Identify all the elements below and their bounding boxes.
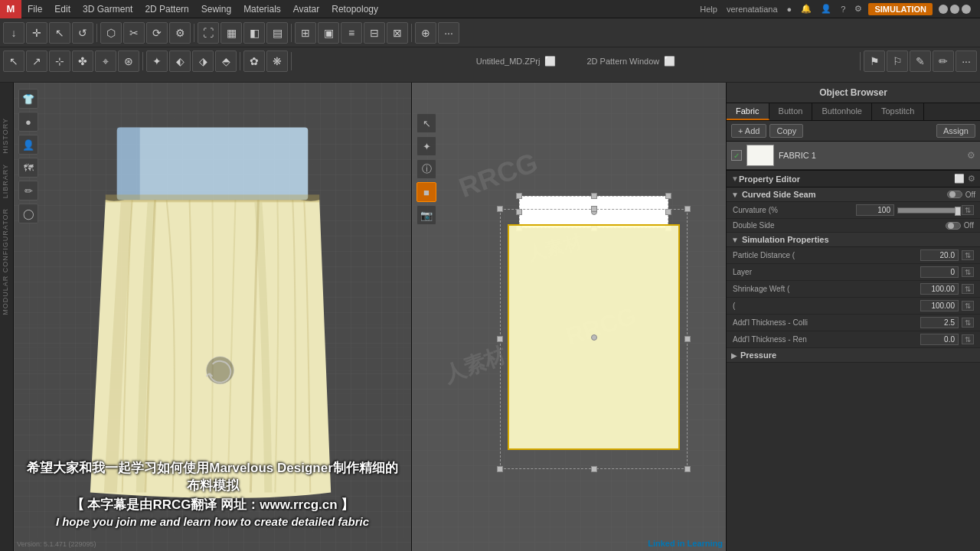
2d-tool-star[interactable]: ✦ (416, 136, 436, 156)
tb2-tool12[interactable]: ❋ (266, 51, 288, 72)
tb2-tool7[interactable]: ✦ (146, 51, 168, 72)
menu-materials[interactable]: Materials (237, 0, 287, 18)
tab-buttonhole[interactable]: Buttonhole (812, 103, 872, 120)
menu-retopology[interactable]: Retopology (325, 0, 384, 18)
tb2-tool5[interactable]: ⌖ (95, 51, 116, 72)
tb2-tool3[interactable]: ⊹ (49, 51, 70, 72)
tb2-tool9[interactable]: ⬗ (192, 51, 214, 72)
menu-edit[interactable]: Edit (48, 0, 77, 18)
tb2-tool1[interactable]: ↖ (3, 51, 24, 72)
3d-viewport[interactable]: 👕 ● 👤 🗺 ✏ ◯ (14, 83, 412, 551)
layer-value[interactable]: 0 (920, 266, 959, 278)
untitled-expand[interactable]: ⬜ (544, 56, 556, 67)
layer-spin[interactable]: ⇅ (962, 267, 974, 277)
shrinkage-weft-spin[interactable]: ⇅ (962, 284, 974, 294)
tb-tool19[interactable]: ··· (438, 22, 459, 44)
fabric-checkbox[interactable]: ✓ (731, 150, 742, 161)
tb-tool12[interactable]: ▤ (266, 22, 288, 44)
curved-toggle-indicator[interactable] (947, 191, 962, 198)
curved-toggle[interactable]: Off (947, 191, 975, 199)
2d-tool-info[interactable]: ⓘ (416, 159, 436, 179)
tb-select[interactable]: ↖ (49, 22, 70, 44)
tb-rotate[interactable]: ↺ (72, 22, 93, 44)
add-button[interactable]: + Add (731, 124, 766, 138)
outer-handle-tm[interactable] (591, 206, 597, 212)
fabric-settings-icon[interactable]: ⚙ (967, 150, 975, 161)
shrinkage-warp-spin[interactable]: ⇅ (962, 301, 974, 311)
curvature-slider[interactable] (897, 207, 959, 214)
outer-handle-br[interactable] (684, 466, 691, 472)
assign-button[interactable]: Assign (936, 124, 975, 138)
outer-handle-tr[interactable] (684, 206, 691, 212)
menu-2dpattern[interactable]: 2D Pattern (139, 0, 194, 18)
3d-tool-circle[interactable]: ● (18, 112, 38, 132)
double-side-indicator[interactable] (946, 222, 961, 230)
particle-dist-value[interactable]: 20.0 (920, 249, 959, 261)
sidebar-modular[interactable]: MODULAR CONFIGURATOR (0, 204, 13, 320)
tb-tool10[interactable]: ▦ (220, 22, 242, 44)
2d-tool-select[interactable]: ↖ (416, 113, 436, 133)
add-thickness-ren-value[interactable]: 0.0 (920, 334, 959, 345)
menu-avatar[interactable]: Avatar (287, 0, 325, 18)
add-thickness-ren-spin[interactable]: ⇅ (962, 334, 974, 344)
pe-expand-icon[interactable]: ⬜ (954, 174, 965, 184)
curvature-spin[interactable]: ⇅ (962, 205, 974, 215)
outer-handle-tl[interactable] (497, 206, 503, 212)
tb2-tool16[interactable]: ✏ (933, 51, 954, 72)
add-thickness-coll-spin[interactable]: ⇅ (962, 318, 974, 328)
tb2-tool2[interactable]: ↗ (26, 51, 47, 72)
tb-tool18[interactable]: ⊕ (415, 22, 436, 44)
menu-3dgarment[interactable]: 3D Garment (77, 0, 139, 18)
tb-tool15[interactable]: ≡ (341, 22, 362, 44)
inner-center-handle[interactable] (591, 334, 597, 341)
tb-tool7[interactable]: ⟳ (146, 22, 168, 44)
minimize-button[interactable] (939, 5, 948, 14)
tb-tool5[interactable]: ⬡ (100, 22, 122, 44)
close-button[interactable] (962, 5, 971, 14)
outer-handle-mr[interactable] (684, 336, 691, 342)
tb-add-point[interactable]: ✛ (26, 22, 47, 44)
handle-tr[interactable] (665, 193, 671, 199)
tb2-tool15[interactable]: ✎ (910, 51, 931, 72)
skirt-piece-inner[interactable] (508, 224, 680, 450)
2d-tool-box[interactable]: ■ (416, 182, 436, 202)
maximize-button[interactable] (950, 5, 959, 14)
outer-handle-ml[interactable] (497, 336, 503, 342)
tb-tool16[interactable]: ⊟ (364, 22, 385, 44)
particle-dist-spin[interactable]: ⇅ (962, 250, 974, 260)
2d-expand[interactable]: ⬜ (664, 56, 675, 67)
sidebar-library[interactable]: LIBRARY (0, 159, 13, 203)
3d-tool-sphere[interactable]: ◯ (18, 204, 38, 223)
2d-tool-camera[interactable]: 📷 (416, 205, 436, 225)
pe-expand[interactable]: ▼ (731, 174, 739, 183)
tb-tool9[interactable]: ⛶ (198, 22, 219, 44)
tb2-tool4[interactable]: ✤ (72, 51, 93, 72)
outer-handle-bl[interactable] (497, 466, 503, 472)
3d-tool-shirt[interactable]: 👕 (18, 89, 38, 109)
tb-tool11[interactable]: ◧ (243, 22, 265, 44)
tb2-tool14[interactable]: ⚐ (887, 51, 908, 72)
handle-tm[interactable] (591, 193, 597, 199)
menu-sewing[interactable]: Sewing (195, 0, 237, 18)
menu-user[interactable]: verenatatiana (724, 5, 781, 14)
shrinkage-weft-value[interactable]: 100.00 (920, 283, 959, 295)
tab-button[interactable]: Button (769, 103, 813, 120)
pe-settings-icon[interactable]: ⚙ (968, 174, 975, 184)
pressure-header[interactable]: ▶ Pressure (727, 348, 980, 363)
outer-handle-bm[interactable] (591, 466, 597, 472)
2d-viewport[interactable]: RRCG 人素材 人素材 RRCG ↖ ✦ ⓘ ■ 📷 (412, 83, 726, 551)
fabric-item-1[interactable]: ✓ FABRIC 1 ⚙ (727, 142, 980, 170)
shrinkage-warp-value[interactable]: 100.00 (920, 300, 959, 311)
menu-file[interactable]: File (21, 0, 48, 18)
tb2-tool13[interactable]: ⚑ (864, 51, 885, 72)
tb2-tool6[interactable]: ⊛ (118, 51, 139, 72)
curved-side-header[interactable]: ▼ Curved Side Seam Off (727, 187, 980, 202)
simulation-header[interactable]: ▼ Simulation Properties (727, 233, 980, 247)
tab-topstitch[interactable]: Topstitch (872, 103, 924, 120)
tb2-tool11[interactable]: ✿ (243, 51, 265, 72)
tb-tool6[interactable]: ✂ (123, 22, 145, 44)
copy-button[interactable]: Copy (769, 124, 803, 138)
tb2-tool8[interactable]: ⬖ (169, 51, 191, 72)
sidebar-history[interactable]: HISTORY (0, 113, 13, 158)
tb-tool14[interactable]: ▣ (318, 22, 339, 44)
